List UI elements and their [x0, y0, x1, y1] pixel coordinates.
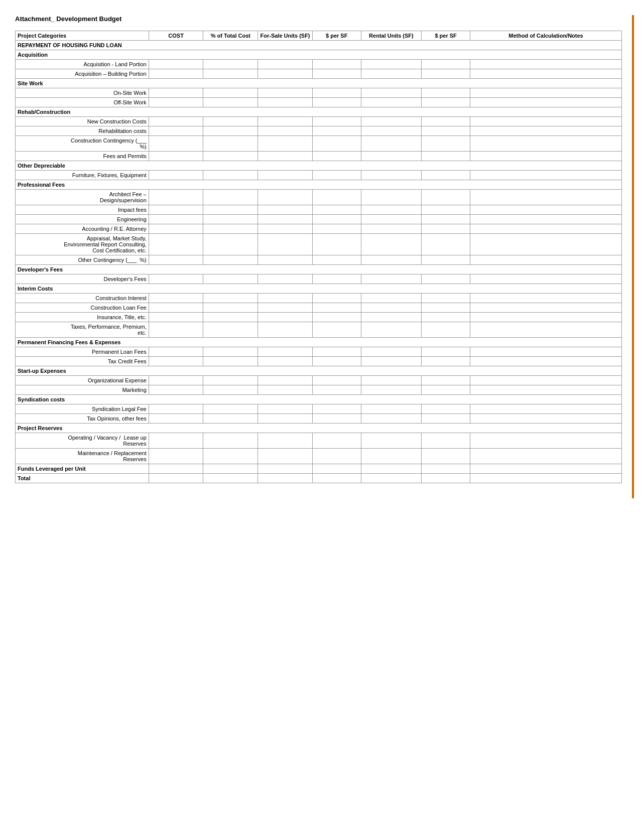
value-cell	[361, 255, 422, 265]
value-cell	[203, 303, 258, 313]
method-cell	[470, 357, 621, 366]
subsection-header-cell: Rehab/Construction	[16, 107, 622, 117]
method-cell	[470, 449, 621, 464]
method-cell	[470, 404, 621, 414]
value-cell	[361, 274, 422, 284]
method-cell	[470, 274, 621, 284]
value-cell	[361, 136, 422, 152]
value-cell	[258, 171, 313, 180]
method-cell	[470, 126, 621, 136]
value-cell	[258, 152, 313, 161]
value-cell	[203, 136, 258, 152]
value-cell	[258, 433, 313, 449]
value-cell	[203, 404, 258, 414]
value-cell	[258, 294, 313, 303]
method-cell	[470, 474, 621, 483]
value-cell	[422, 224, 470, 234]
row-label: Syndication Legal Fee	[16, 404, 149, 414]
value-cell	[149, 126, 203, 136]
value-cell	[422, 126, 470, 136]
value-cell	[203, 376, 258, 385]
row-label: Construction Interest	[16, 294, 149, 303]
method-cell	[470, 294, 621, 303]
value-cell	[312, 322, 361, 338]
value-cell	[203, 313, 258, 322]
header-cost: COST	[149, 31, 203, 41]
value-cell	[203, 385, 258, 395]
value-cell	[258, 60, 313, 69]
value-cell	[422, 205, 470, 215]
value-cell	[203, 274, 258, 284]
method-cell	[470, 376, 621, 385]
value-cell	[203, 98, 258, 107]
page-title: Attachment_ Development Budget	[15, 15, 627, 23]
value-cell	[422, 117, 470, 126]
row-label: Operating / Vacancy / Lease up Reserves	[16, 433, 149, 449]
value-cell	[149, 234, 203, 255]
subsection-header-cell: Start-up Expenses	[16, 366, 622, 376]
value-cell	[203, 449, 258, 464]
header-rental: Rental Units (SF)	[361, 31, 422, 41]
subsection-header-cell: Project Reserves	[16, 424, 622, 433]
value-cell	[422, 136, 470, 152]
value-cell	[203, 215, 258, 224]
subsection-header-cell: Interim Costs	[16, 284, 622, 294]
method-cell	[470, 414, 621, 424]
value-cell	[422, 414, 470, 424]
value-cell	[149, 433, 203, 449]
value-cell	[203, 347, 258, 357]
value-cell	[361, 433, 422, 449]
value-cell	[422, 69, 470, 79]
method-cell	[470, 88, 621, 98]
value-cell	[312, 474, 361, 483]
value-cell	[258, 117, 313, 126]
value-cell	[422, 274, 470, 284]
value-cell	[361, 190, 422, 205]
value-cell	[149, 88, 203, 98]
row-label: Marketing	[16, 385, 149, 395]
value-cell	[203, 255, 258, 265]
header-project: Project Categories	[16, 31, 149, 41]
row-label: Construction Loan Fee	[16, 303, 149, 313]
value-cell	[361, 294, 422, 303]
value-cell	[258, 414, 313, 424]
header-persf1: $ per SF	[312, 31, 361, 41]
value-cell	[258, 357, 313, 366]
value-cell	[361, 126, 422, 136]
subsection-header-cell: Other Depreciable	[16, 161, 622, 171]
value-cell	[149, 60, 203, 69]
row-label: Impact fees	[16, 205, 149, 215]
row-label: Maintenance / Replacement Reserves	[16, 449, 149, 464]
value-cell	[312, 88, 361, 98]
value-cell	[312, 464, 361, 474]
value-cell	[258, 313, 313, 322]
value-cell	[203, 88, 258, 98]
value-cell	[149, 205, 203, 215]
method-cell	[470, 347, 621, 357]
value-cell	[258, 464, 313, 474]
value-cell	[258, 69, 313, 79]
value-cell	[422, 385, 470, 395]
value-cell	[203, 126, 258, 136]
value-cell	[203, 117, 258, 126]
row-label: Acquisition – Building Portion	[16, 69, 149, 79]
value-cell	[312, 126, 361, 136]
value-cell	[361, 60, 422, 69]
row-label: Accounting / R.E. Attorney	[16, 224, 149, 234]
value-cell	[203, 205, 258, 215]
subsection-header-cell: Site Work	[16, 79, 622, 88]
method-cell	[470, 69, 621, 79]
method-cell	[470, 234, 621, 255]
value-cell	[149, 98, 203, 107]
value-cell	[312, 404, 361, 414]
row-label: Rehabilitation costs	[16, 126, 149, 136]
header-pct: % of Total Cost	[203, 31, 258, 41]
value-cell	[258, 274, 313, 284]
value-cell	[422, 376, 470, 385]
value-cell	[312, 215, 361, 224]
value-cell	[361, 414, 422, 424]
value-cell	[258, 347, 313, 357]
row-label: Furniture, Fixtures, Equipment	[16, 171, 149, 180]
value-cell	[258, 255, 313, 265]
value-cell	[149, 404, 203, 414]
